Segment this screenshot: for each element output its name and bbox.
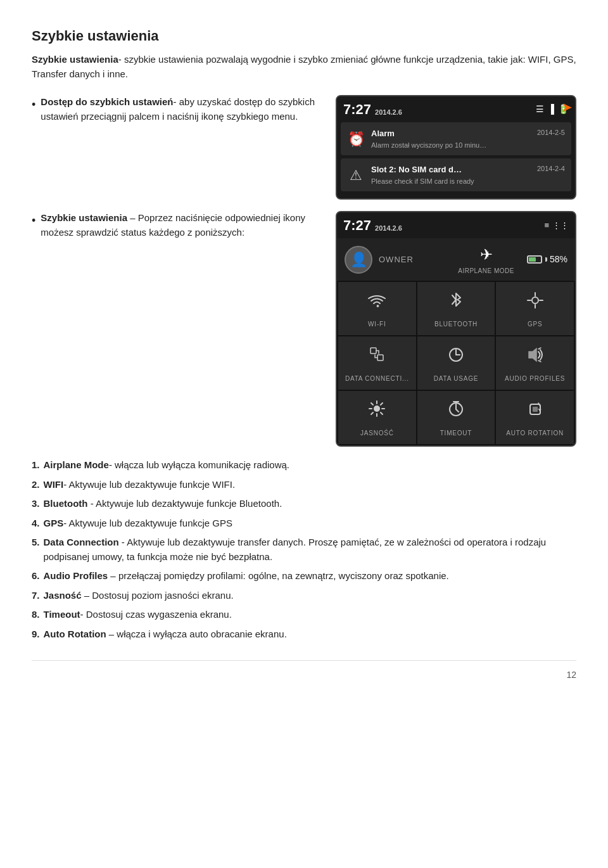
item-1-text: Airplane Mode- włącza lub wyłącza komuni… — [44, 458, 289, 473]
qs-owner-label: OWNER — [379, 253, 458, 266]
svg-rect-29 — [533, 407, 538, 412]
item-6-bold: Audio Profiles — [44, 570, 108, 581]
bullet1-bold: Dostęp do szybkich ustawień — [41, 96, 173, 107]
item-5-text: Data Connection - Aktywuje lub dezaktywu… — [44, 535, 576, 564]
qs-bluetooth[interactable]: BLUETOOTH — [417, 282, 495, 335]
phone-screen-2: 7:27 2014.2.6 ≡ ⋮⋮ 👤 OWNER ✈ AIRPLANE MO… — [336, 211, 576, 447]
qs-airplane[interactable]: ✈ AIRPLANE MODE — [458, 243, 514, 276]
battery-fill — [529, 257, 536, 262]
qs-brightness[interactable]: JASNOŚĆ — [338, 391, 416, 444]
item-4-text: GPS- Aktywuje lub dezaktywuje funkcje GP… — [44, 516, 232, 531]
bullet-text-2: Szybkie ustawienia – Poprzez naciśnięcie… — [41, 211, 320, 239]
brightness-icon — [368, 400, 386, 424]
qs-rotation[interactable]: AUTO ROTATION — [496, 391, 574, 444]
qs-user-row: 👤 OWNER ✈ AIRPLANE MODE 58% — [337, 238, 575, 281]
item-5: 5. Data Connection - Aktywuje lub dezakt… — [32, 535, 576, 564]
data-icon — [368, 345, 386, 370]
notif-alarm[interactable]: ⏰ Alarm 2014-2-5 Alarm został wyciszony … — [341, 122, 571, 155]
brightness-label: JASNOŚĆ — [360, 428, 394, 438]
bluetooth-label: BLUETOOTH — [434, 319, 478, 329]
bullet-1: • Dostęp do szybkich ustawień- aby uzysk… — [32, 95, 320, 124]
usage-icon — [448, 345, 464, 370]
signal-icon: ▐ — [548, 103, 554, 116]
item-7-num: 7. — [32, 589, 40, 603]
notif-sim-title: Slot 2: No SIM card d… — [371, 163, 462, 176]
notif-sim-top: Slot 2: No SIM card d… 2014-2-4 — [371, 163, 565, 176]
item-6-text: Audio Profiles – przełączaj pomiędzy pro… — [44, 569, 449, 584]
qs-gps[interactable]: GPS — [496, 282, 574, 335]
notif-alarm-title: Alarm — [371, 127, 395, 140]
svg-line-19 — [381, 412, 383, 414]
qs-timeout[interactable]: TIMEOUT — [417, 391, 495, 444]
item-6: 6. Audio Profiles – przełączaj pomiędzy … — [32, 569, 576, 584]
data-label: DATA CONNECTI... — [345, 374, 409, 383]
item-7-bold: Jasność — [44, 590, 82, 601]
item-3-bold: Bluetooth — [44, 498, 88, 509]
svg-line-18 — [371, 403, 373, 405]
version-text-1: 2014.2.6 — [375, 107, 402, 118]
svg-line-12 — [538, 361, 541, 362]
page-title: Szybkie ustawienia — [32, 25, 576, 46]
item-8: 8. Timeout- Dostosuj czas wygaszenia ekr… — [32, 608, 576, 622]
page-footer: 12 — [32, 660, 576, 682]
svg-line-24 — [456, 409, 459, 412]
item-4-num: 4. — [32, 516, 40, 531]
notif-alarm-date: 2014-2-5 — [537, 127, 565, 138]
airplane-mode-label: AIRPLANE MODE — [458, 266, 514, 276]
intro-paragraph: Szybkie ustawienia- szybkie ustawienia p… — [32, 53, 576, 81]
svg-marker-10 — [529, 348, 536, 361]
gps-label: GPS — [528, 319, 543, 329]
battery-bar — [527, 255, 542, 264]
item-2-bold: WIFI — [44, 479, 64, 490]
item-2-text: WIFI- Aktywuje lub dezaktywuje funkcje W… — [44, 478, 236, 492]
qs-user-info: OWNER — [379, 253, 458, 266]
time-display-1: 7:27 2014.2.6 — [343, 99, 402, 120]
notif-sim[interactable]: ⚠ Slot 2: No SIM card d… 2014-2-4 Please… — [341, 158, 571, 191]
item-8-text: Timeout- Dostosuj czas wygaszenia ekranu… — [44, 608, 232, 622]
item-9: 9. Auto Rotation – włącza i wyłącza auto… — [32, 627, 576, 642]
item-9-text: Auto Rotation – włącza i wyłącza auto ob… — [44, 627, 287, 642]
item-2: 2. WIFI- Aktywuje lub dezaktywuje funkcj… — [32, 478, 576, 492]
bullet2-bold: Szybkie ustawienia — [41, 212, 127, 223]
battery-nub — [545, 257, 547, 262]
item-3-num: 3. — [32, 497, 40, 511]
svg-rect-5 — [370, 348, 376, 354]
item-5-bold: Data Connection — [44, 537, 119, 547]
svg-line-20 — [381, 403, 383, 405]
qs-audio[interactable]: AUDIO PROFILES — [496, 336, 574, 390]
bullet-2: • Szybkie ustawienia – Poprzez naciśnięc… — [32, 211, 320, 239]
item-3: 3. Bluetooth - Aktywuje lub dezaktywuje … — [32, 497, 576, 511]
airplane-mode-icon: ✈ — [480, 243, 493, 266]
notif-sim-date: 2014-2-4 — [537, 163, 565, 174]
qs-data[interactable]: DATA CONNECTI... — [338, 336, 416, 390]
item-6-num: 6. — [32, 569, 40, 584]
phone-screen-1: 7:27 2014.2.6 ☰ ▐ 🔋 ⏰ Alarm 201 — [336, 95, 576, 200]
notification-area: ⏰ Alarm 2014-2-5 Alarm został wyciszony … — [337, 122, 575, 198]
phone-screen-1-container: 7:27 2014.2.6 ☰ ▐ 🔋 ⏰ Alarm 201 — [336, 95, 576, 200]
svg-line-21 — [371, 412, 373, 414]
page-number: 12 — [566, 670, 576, 680]
qs-wifi[interactable]: WI-FI — [338, 282, 416, 335]
qs-usage[interactable]: DATA USAGE — [417, 336, 495, 390]
svg-line-11 — [538, 348, 541, 349]
item-5-num: 5. — [32, 535, 40, 564]
rotation-label: AUTO ROTATION — [506, 428, 564, 438]
item-1: 1. Airplane Mode- włącza lub wyłącza kom… — [32, 458, 576, 473]
text-col-1: • Dostęp do szybkich ustawień- aby uzysk… — [32, 95, 320, 127]
qs-statusbar-icons: ≡ ⋮⋮ — [544, 219, 569, 232]
menu-icon[interactable]: ☰ — [536, 103, 544, 116]
user-avatar: 👤 — [345, 246, 372, 274]
item-9-bold: Auto Rotation — [44, 629, 106, 639]
item-1-bold: Airplane Mode — [44, 459, 109, 470]
time-text-1: 7:27 — [343, 99, 371, 120]
bluetooth-icon — [449, 291, 463, 316]
notif-alarm-text: Alarm został wyciszony po 10 minu… — [371, 140, 565, 151]
qs-battery: 58% — [527, 253, 567, 266]
wifi-icon — [368, 291, 386, 316]
item-7-text: Jasność – Dostosuj poziom jasności ekran… — [44, 589, 234, 603]
notif-alarm-top: Alarm 2014-2-5 — [371, 127, 565, 140]
corner-arrow-icon: ➤ — [562, 98, 573, 117]
battery-percent: 58% — [550, 253, 567, 266]
svg-point-0 — [532, 297, 538, 303]
numbered-items-section: 1. Airplane Mode- włącza lub wyłącza kom… — [32, 458, 576, 641]
